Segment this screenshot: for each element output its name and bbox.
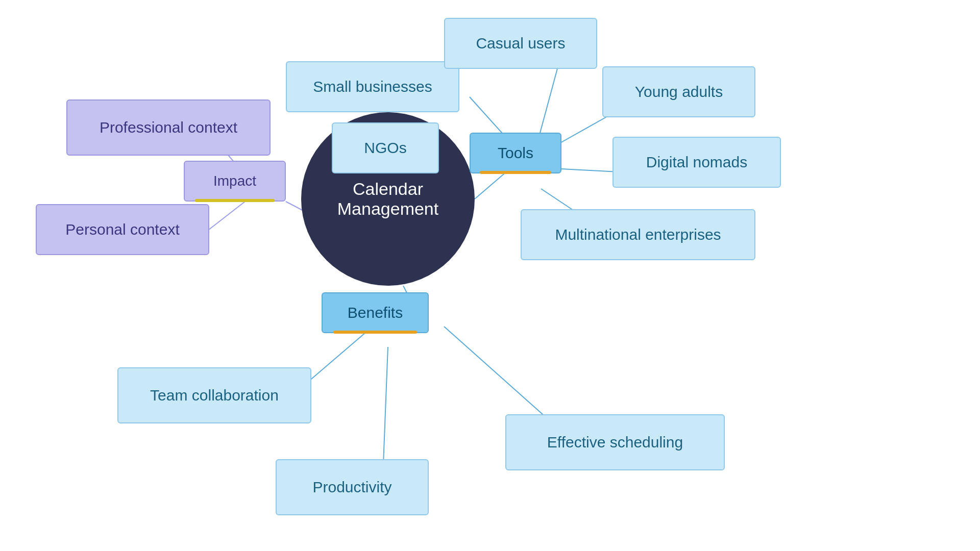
effective-scheduling-node[interactable]: Effective scheduling bbox=[505, 414, 725, 470]
impact-node[interactable]: Impact bbox=[184, 161, 286, 202]
ngos-node[interactable]: NGOs bbox=[332, 122, 439, 173]
benefits-node[interactable]: Benefits bbox=[322, 292, 429, 333]
personal-context-label: Personal context bbox=[65, 221, 179, 238]
tools-node[interactable]: Tools bbox=[470, 133, 561, 173]
multinational-node[interactable]: Multinational enterprises bbox=[521, 209, 755, 260]
personal-context-node[interactable]: Personal context bbox=[36, 204, 209, 255]
benefits-label: Benefits bbox=[348, 304, 403, 321]
small-businesses-node[interactable]: Small businesses bbox=[286, 61, 459, 112]
center-label: Calendar Management bbox=[301, 179, 475, 219]
young-adults-node[interactable]: Young adults bbox=[602, 66, 755, 117]
effective-scheduling-label: Effective scheduling bbox=[547, 434, 683, 451]
professional-context-label: Professional context bbox=[100, 119, 237, 136]
svg-line-12 bbox=[383, 347, 388, 477]
team-collaboration-node[interactable]: Team collaboration bbox=[117, 367, 311, 423]
digital-nomads-label: Digital nomads bbox=[646, 154, 747, 171]
productivity-label: Productivity bbox=[312, 479, 391, 496]
professional-context-node[interactable]: Professional context bbox=[66, 99, 271, 156]
team-collaboration-label: Team collaboration bbox=[150, 387, 279, 404]
digital-nomads-node[interactable]: Digital nomads bbox=[612, 137, 781, 188]
casual-users-label: Casual users bbox=[476, 35, 565, 52]
casual-users-node[interactable]: Casual users bbox=[444, 18, 597, 69]
small-businesses-label: Small businesses bbox=[313, 78, 432, 95]
young-adults-label: Young adults bbox=[635, 83, 723, 101]
productivity-node[interactable]: Productivity bbox=[276, 459, 429, 515]
impact-label: Impact bbox=[213, 173, 256, 189]
svg-line-11 bbox=[301, 327, 373, 388]
ngos-label: NGOs bbox=[364, 139, 406, 157]
multinational-label: Multinational enterprises bbox=[555, 226, 721, 243]
tools-label: Tools bbox=[498, 144, 533, 162]
